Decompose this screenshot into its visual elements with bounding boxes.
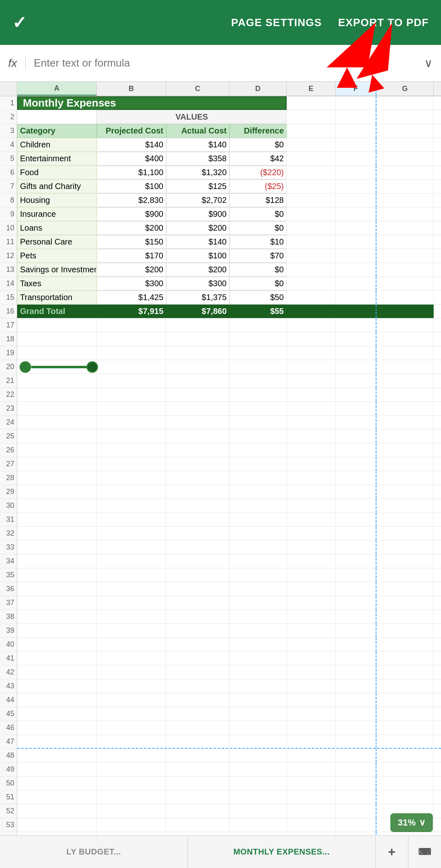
cell-col-c[interactable]: [166, 416, 229, 429]
cell-col-f[interactable]: [336, 568, 376, 582]
cell-col-a[interactable]: [17, 763, 97, 776]
cell-col-d[interactable]: [229, 485, 287, 499]
cell-col-f[interactable]: [336, 457, 376, 471]
cell-col-f[interactable]: [336, 110, 376, 124]
cell-col-g[interactable]: [376, 443, 434, 457]
cell-col-e[interactable]: [287, 527, 336, 540]
cell-col-f[interactable]: [336, 790, 376, 804]
cell-col-b[interactable]: [97, 568, 166, 582]
cell-col-c[interactable]: [166, 513, 229, 526]
cell-actual[interactable]: $300: [166, 277, 229, 290]
cell-col-g[interactable]: [376, 610, 434, 623]
cell-col-d[interactable]: [229, 804, 287, 818]
cell-col-c[interactable]: [166, 360, 229, 374]
cell-col-f[interactable]: [336, 721, 376, 734]
cell-col-a[interactable]: [17, 790, 97, 804]
cell-col-e[interactable]: [287, 499, 336, 512]
cell-col-c[interactable]: [166, 582, 229, 596]
cell-col-b[interactable]: [97, 679, 166, 693]
grand-total-cell-0[interactable]: Grand Total: [17, 305, 97, 318]
cell-col-f[interactable]: [336, 804, 376, 818]
cell-projected[interactable]: $900: [97, 207, 166, 221]
cell-col-a[interactable]: [17, 804, 97, 818]
tab-budget[interactable]: LY BUDGET...: [0, 836, 188, 868]
check-icon[interactable]: ✓: [12, 13, 27, 33]
cell-col-f[interactable]: [336, 624, 376, 637]
cell-col-g[interactable]: [376, 554, 434, 568]
cell-col-d[interactable]: [229, 554, 287, 568]
cell-col-d[interactable]: [229, 790, 287, 804]
cell-projected[interactable]: $2,830: [97, 194, 166, 207]
cell-col-b[interactable]: [97, 402, 166, 415]
cell-col-a[interactable]: [17, 610, 97, 623]
cell-col-b[interactable]: [97, 638, 166, 651]
cell-col-a[interactable]: [17, 721, 97, 734]
tab-monthly-expenses[interactable]: MONTHLY EXPENSES...: [188, 836, 376, 868]
cell-col-c[interactable]: [166, 346, 229, 360]
cell-actual[interactable]: $1,320: [166, 166, 229, 179]
cell-col-c[interactable]: [166, 638, 229, 651]
cell-category[interactable]: Taxes: [17, 277, 97, 290]
cell-col-d[interactable]: [229, 763, 287, 776]
cell-col-a[interactable]: [17, 318, 97, 332]
cell-col-d[interactable]: [229, 318, 287, 332]
cell-col-c[interactable]: [166, 499, 229, 512]
cell-col-g[interactable]: [376, 374, 434, 387]
cell-col-c[interactable]: [166, 332, 229, 346]
cell-actual[interactable]: $1,375: [166, 291, 229, 304]
cell-col-g[interactable]: [376, 457, 434, 471]
cell-category[interactable]: Gifts and Charity: [17, 180, 97, 193]
grand-total-cell-1[interactable]: $7,915: [97, 305, 166, 318]
col-header-d[interactable]: D: [229, 82, 287, 96]
cell-col-f[interactable]: [336, 207, 376, 221]
cell-col-a[interactable]: [17, 554, 97, 568]
cell-category[interactable]: Personal Care: [17, 235, 97, 249]
cell-col-d[interactable]: [229, 596, 287, 610]
cell-col-b[interactable]: [97, 749, 166, 762]
cell-col-e[interactable]: [287, 624, 336, 637]
cell-col-f[interactable]: [336, 305, 376, 318]
cell-col-a[interactable]: [17, 596, 97, 610]
col-header-g[interactable]: G: [376, 82, 434, 96]
cell-col-c[interactable]: [166, 665, 229, 679]
cell-difference[interactable]: $0: [229, 221, 287, 235]
cell-category[interactable]: Transportation: [17, 291, 97, 304]
cell-projected[interactable]: $170: [97, 249, 166, 263]
cell-difference[interactable]: $0: [229, 277, 287, 290]
cell-col-b[interactable]: [97, 471, 166, 485]
cell-col-d[interactable]: [229, 513, 287, 526]
cell-col-e[interactable]: [287, 777, 336, 790]
cell-col-a[interactable]: [17, 388, 97, 401]
zoom-badge[interactable]: 31% ∨: [390, 813, 433, 832]
cell-col-f[interactable]: [336, 332, 376, 346]
cell-col-a[interactable]: [17, 652, 97, 665]
cell-col-f[interactable]: [336, 416, 376, 429]
range-slider-cell[interactable]: [17, 360, 97, 374]
cell-col-g[interactable]: [376, 790, 434, 804]
cell-col-a[interactable]: [17, 513, 97, 526]
cell-col-e[interactable]: [287, 388, 336, 401]
cell-category[interactable]: Insurance: [17, 207, 97, 221]
cell-col-e[interactable]: [287, 124, 336, 138]
cell-col-f[interactable]: [336, 541, 376, 554]
cell-col-g[interactable]: [376, 568, 434, 582]
cell-difference[interactable]: $0: [229, 138, 287, 151]
cell-col-b[interactable]: [97, 721, 166, 734]
cell-col-d[interactable]: [229, 582, 287, 596]
cell-col-g[interactable]: [376, 832, 434, 835]
cell-col-g[interactable]: [376, 249, 434, 263]
cell-col-e[interactable]: [287, 374, 336, 387]
cell-col-f[interactable]: [336, 707, 376, 721]
cell-col-d[interactable]: [229, 624, 287, 637]
cell-col-a[interactable]: [17, 818, 97, 832]
cell-col-d[interactable]: [229, 568, 287, 582]
cell-col-a[interactable]: [17, 402, 97, 415]
col-header-e[interactable]: E: [287, 82, 336, 96]
cell-col-g[interactable]: [376, 180, 434, 193]
cell-col-f[interactable]: [336, 749, 376, 762]
cell-col-c[interactable]: [166, 374, 229, 387]
cell-col-c[interactable]: [166, 402, 229, 415]
cell-col-e[interactable]: [287, 638, 336, 651]
cell-col-f[interactable]: [336, 318, 376, 332]
cell-col-e[interactable]: [287, 263, 336, 276]
